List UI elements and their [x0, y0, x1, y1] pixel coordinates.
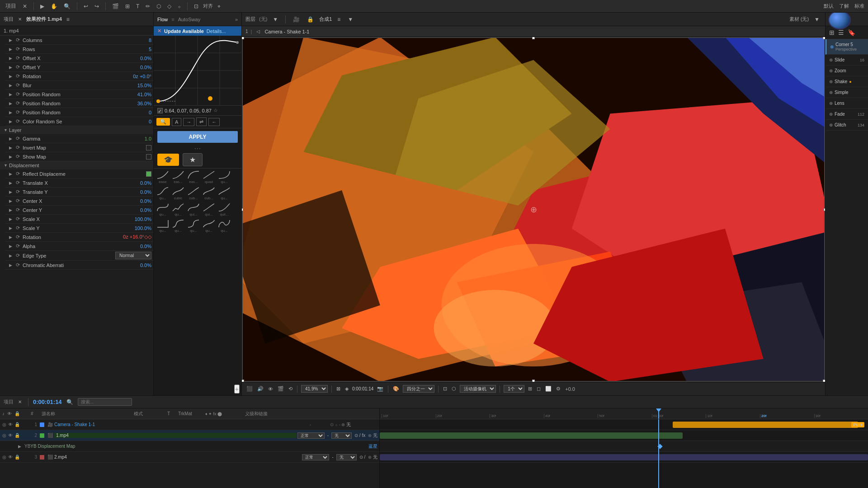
- ease-cell-1[interactable]: ease: [156, 169, 170, 185]
- arrow-lr-btn[interactable]: ⇌: [196, 117, 207, 126]
- effect-item-slide[interactable]: ⊕ Slide 16: [826, 55, 868, 66]
- ease-cell-8[interactable]: cub...: [186, 186, 201, 201]
- prop-rows[interactable]: ▶ ⟳ Rows 5: [5, 45, 153, 54]
- prop-pos-rand3[interactable]: ▶ ⟳ Position Random 0: [5, 108, 153, 117]
- layout-btn[interactable]: ⊞: [527, 385, 533, 393]
- effect-item-glitch[interactable]: ⊕ Glitch 134: [826, 120, 868, 131]
- grid-toggle-btn[interactable]: ⊡: [442, 385, 448, 393]
- tl-layer-2[interactable]: ◎ 👁 🔒 2 ⬛ 1.mp4 正常 - 无 ⊙ / fx ⊙ 无: [0, 430, 379, 441]
- arrow-l-btn[interactable]: ←: [208, 118, 220, 126]
- section-layer[interactable]: ▼ Layer: [0, 126, 153, 134]
- effect-item-shake[interactable]: ⊕ Shake ●: [826, 76, 868, 87]
- tl-l1-solo[interactable]: ◎: [2, 422, 7, 427]
- tl-l1-type[interactable]: 🎥: [47, 422, 53, 427]
- settings-btn2[interactable]: ⚙: [555, 385, 561, 393]
- tl-l1-lock[interactable]: 🔒: [14, 422, 20, 427]
- effect-item-zoom[interactable]: ⊕ Zoom: [826, 66, 868, 76]
- redo-btn[interactable]: ↪: [93, 2, 101, 10]
- ease-cell-10[interactable]: qu...: [217, 186, 231, 201]
- play-stop-btn[interactable]: ⬛: [245, 385, 254, 393]
- ease-cell-2[interactable]: eas...: [171, 169, 185, 185]
- curve-handle[interactable]: [208, 96, 212, 101]
- ease-cell-6[interactable]: qu...: [156, 186, 170, 201]
- tl-l2-lock[interactable]: 🔒: [14, 433, 20, 438]
- tl-l3-trkmat[interactable]: 无: [336, 454, 357, 460]
- layer-btn[interactable]: ▼: [271, 15, 280, 23]
- curve-checkbox[interactable]: ✓: [157, 108, 163, 113]
- ease-cell-20[interactable]: qu...: [217, 218, 231, 234]
- camera-view-dropdown[interactable]: 活动摄像机: [460, 385, 496, 393]
- add-ease-btn[interactable]: +: [234, 385, 240, 394]
- search-curve-btn[interactable]: 🔍: [156, 118, 170, 126]
- 3d-btn[interactable]: ⬡: [451, 385, 457, 393]
- comp-menu-btn[interactable]: ≡: [335, 15, 342, 23]
- prop-invert-map[interactable]: ▶ ⟳ Invert Map: [5, 143, 153, 152]
- prop-pos-rand1[interactable]: ▶ ⟳ Position Random 41.0%: [5, 90, 153, 99]
- edge-type-select[interactable]: Normal: [115, 252, 151, 259]
- tl-search-input[interactable]: [78, 398, 132, 406]
- rp-bookmark-btn[interactable]: 🔖: [847, 28, 856, 37]
- paint-tool[interactable]: ⬦: [176, 2, 183, 10]
- invert-checkbox[interactable]: [146, 145, 151, 150]
- autosway-tab[interactable]: AutoSway: [178, 17, 201, 22]
- lock-btn[interactable]: 🔒: [305, 15, 316, 23]
- flow-tab[interactable]: Flow: [157, 17, 168, 22]
- tl-close-btn[interactable]: ✕: [16, 399, 24, 405]
- ease-cell-19[interactable]: qu...: [202, 218, 216, 234]
- tl-layer-1[interactable]: ◎ 👁 🔒 1 🎥 Camera - Shake 1-1 - ⊙ ⬦ - ⊙ 无: [0, 419, 379, 430]
- color-btn[interactable]: 🎨: [392, 385, 400, 393]
- ease-cell-13[interactable]: qui...: [186, 202, 201, 217]
- camera-icon-btn[interactable]: 🎥: [291, 15, 302, 23]
- prop-reflect[interactable]: ▶ ⟳ Reflect Displaceme: [5, 169, 153, 178]
- tl-l3-type[interactable]: ⬛: [47, 455, 53, 460]
- prop-offset-y[interactable]: ▶ ⟳ Offset Y 0.0%: [5, 63, 153, 72]
- snap-btn[interactable]: ⌖: [216, 2, 222, 10]
- reflect-checkbox[interactable]: [146, 171, 151, 177]
- handle-mr[interactable]: [824, 208, 825, 211]
- tl-search-btn[interactable]: 🔍: [65, 398, 75, 406]
- arrow-r-btn[interactable]: →: [183, 118, 194, 126]
- tl-lock-btn2[interactable]: 🔒: [14, 411, 20, 416]
- mask-btn[interactable]: ◈: [344, 385, 349, 393]
- text-tool[interactable]: T: [134, 2, 141, 10]
- tl-l3-solo[interactable]: ◎: [2, 455, 7, 460]
- prop-rotation-2[interactable]: ▶ ⟳ Rotation 0z +16.0°◇◇: [5, 233, 153, 242]
- select-tool[interactable]: ▶: [38, 2, 46, 10]
- audio-btn[interactable]: 🔊: [256, 385, 264, 393]
- material-btn[interactable]: ▼: [812, 15, 821, 23]
- render-btn[interactable]: ◻: [536, 385, 542, 393]
- preset-star-btn[interactable]: ★: [183, 153, 203, 166]
- update-close-btn[interactable]: ✕: [157, 28, 161, 34]
- effect-item-simple[interactable]: ⊕ Simple: [826, 87, 868, 98]
- tl-l3-lock[interactable]: 🔒: [14, 455, 20, 460]
- handle-bl[interactable]: [242, 380, 244, 382]
- tl-layer-3[interactable]: ◎ 👁 🔒 3 ⬛ 2.mp4 正常 - 无 ⊙ / ⊙ 无: [0, 452, 379, 463]
- export-btn[interactable]: ⬜: [544, 385, 552, 393]
- title-action-btn[interactable]: 🎬: [277, 385, 285, 393]
- showmap-checkbox[interactable]: [146, 154, 151, 160]
- ease-cell-3[interactable]: eas...: [186, 169, 201, 185]
- grid-btn[interactable]: ⊞: [123, 2, 132, 10]
- handle-tm[interactable]: [532, 37, 535, 39]
- tl-audio-btn[interactable]: ♪: [2, 411, 5, 416]
- ease-cell-5[interactable]: qu...: [217, 169, 231, 185]
- prop-center-y[interactable]: ▶ ⟳ Center Y 0.0%: [5, 206, 153, 215]
- effect-item-fade[interactable]: ⊕ Fade 112: [826, 109, 868, 120]
- ease-cell-17[interactable]: qu...: [171, 218, 185, 234]
- preview-btn[interactable]: 👁: [267, 385, 274, 393]
- handle-tr[interactable]: [823, 37, 825, 39]
- ease-cell-15[interactable]: quii...: [217, 202, 231, 217]
- comp-settings-btn[interactable]: ▼: [346, 15, 355, 23]
- ease-cell-7[interactable]: cubic: [171, 186, 185, 201]
- undo-btn[interactable]: ↩: [82, 2, 90, 10]
- section-displacement[interactable]: ▼ Displacement: [0, 161, 153, 169]
- prop-translate-x[interactable]: ▶ ⟳ Translate X 0.0%: [5, 178, 153, 188]
- prop-pos-rand2[interactable]: ▶ ⟳ Position Random 36.0%: [5, 99, 153, 108]
- ease-cell-9[interactable]: cub...: [202, 186, 216, 201]
- handle-ml[interactable]: [242, 208, 243, 211]
- tl-l2-trkmat[interactable]: 无: [331, 432, 352, 439]
- panel-menu-btn[interactable]: ≡: [65, 15, 71, 23]
- ease-cell-18[interactable]: qu...: [186, 218, 201, 234]
- rp-list-btn[interactable]: ☰: [837, 28, 845, 37]
- ease-cell-11[interactable]: qu...: [156, 202, 170, 217]
